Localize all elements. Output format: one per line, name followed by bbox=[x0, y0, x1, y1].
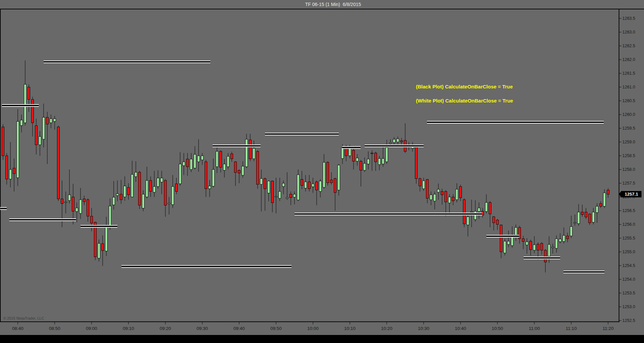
candle-down bbox=[186, 159, 189, 167]
candle-up bbox=[260, 179, 263, 184]
candle-wick bbox=[10, 142, 11, 187]
candle-down bbox=[316, 182, 318, 190]
candle-up bbox=[297, 175, 300, 200]
indicator-line-black-plot bbox=[121, 266, 291, 267]
price-tick bbox=[619, 46, 622, 46]
price-tick-label: 1259.0 bbox=[623, 140, 635, 144]
candle-wick bbox=[136, 161, 136, 182]
candle-up bbox=[286, 198, 288, 198]
candle-wick bbox=[261, 169, 262, 211]
candle-up bbox=[430, 195, 432, 200]
candle-down bbox=[327, 162, 329, 183]
candle-down bbox=[175, 184, 178, 192]
candle-down bbox=[607, 190, 609, 194]
candle-up bbox=[456, 189, 458, 200]
ninjatrader-watermark: © 2015 NinjaTrader, LLC bbox=[3, 316, 44, 320]
candle-wick bbox=[14, 158, 14, 191]
indicator-line-black-plot bbox=[524, 257, 560, 259]
candle-up bbox=[216, 151, 218, 167]
candle-down bbox=[91, 216, 93, 223]
candle-wick bbox=[527, 238, 527, 254]
candle-up bbox=[183, 162, 185, 165]
candle-down bbox=[589, 214, 591, 223]
candle-wick bbox=[154, 171, 155, 197]
candle-down bbox=[57, 127, 60, 199]
candle-down bbox=[460, 187, 462, 198]
candle-down bbox=[600, 204, 602, 206]
chart-background bbox=[0, 0, 644, 343]
indicator-line-black-plot bbox=[265, 133, 339, 135]
candle-down bbox=[375, 153, 377, 162]
candle-up bbox=[592, 212, 595, 222]
candle-wick bbox=[121, 180, 121, 204]
candle-up bbox=[437, 189, 440, 192]
candle-wick bbox=[77, 202, 77, 222]
candle-up bbox=[386, 147, 388, 162]
candle-up bbox=[504, 241, 506, 253]
candle-up bbox=[448, 197, 451, 203]
candle-up bbox=[146, 181, 148, 197]
candle-up bbox=[485, 202, 488, 211]
candle-down bbox=[522, 239, 525, 242]
candle-down bbox=[2, 127, 4, 156]
candle-down bbox=[127, 187, 130, 195]
time-tick bbox=[571, 322, 572, 325]
candle-up bbox=[43, 117, 45, 139]
time-tick-label: 09:10 bbox=[123, 326, 134, 331]
candle-down bbox=[567, 236, 569, 238]
candle-up bbox=[98, 244, 100, 258]
candle-down bbox=[150, 181, 152, 192]
candle-up bbox=[507, 241, 510, 245]
candle-up bbox=[142, 194, 145, 208]
candle-up bbox=[79, 200, 82, 213]
candle-up bbox=[157, 178, 159, 186]
candle-down bbox=[13, 168, 15, 174]
candle-down bbox=[537, 244, 539, 250]
price-axis-line bbox=[619, 9, 620, 322]
candle-down bbox=[452, 197, 454, 201]
candle-up bbox=[305, 182, 307, 188]
candle-wick bbox=[199, 139, 199, 172]
candle-down bbox=[249, 140, 252, 159]
time-tick bbox=[128, 322, 129, 325]
price-tick-label: 1252.5 bbox=[623, 318, 635, 323]
price-tick-label: 1263.5 bbox=[623, 16, 635, 21]
candle-up bbox=[596, 206, 598, 213]
price-tick-label: 1261.5 bbox=[623, 71, 635, 76]
candle-down bbox=[139, 172, 141, 205]
candle-up bbox=[50, 119, 52, 123]
candle-up bbox=[323, 162, 325, 188]
candle-down bbox=[205, 162, 207, 189]
candle-up bbox=[526, 242, 528, 245]
candle-up bbox=[570, 227, 573, 236]
time-tick-label: 10:50 bbox=[492, 326, 503, 331]
time-tick bbox=[55, 322, 55, 325]
candle-down bbox=[301, 180, 303, 186]
candle-down bbox=[445, 192, 447, 202]
candle-down bbox=[530, 241, 532, 250]
candle-up bbox=[471, 211, 473, 212]
time-tick bbox=[534, 322, 535, 325]
candle-wick bbox=[55, 116, 55, 130]
candle-up bbox=[54, 119, 56, 121]
candle-down bbox=[290, 194, 292, 198]
price-tick bbox=[619, 279, 622, 280]
candle-up bbox=[227, 156, 229, 167]
candle-up bbox=[312, 184, 314, 187]
price-chart[interactable]: 1263.51263.01262.51262.01261.51261.01260… bbox=[0, 0, 644, 343]
price-tick-label: 1254.5 bbox=[623, 263, 635, 268]
candle-up bbox=[268, 181, 270, 193]
candle-up bbox=[190, 159, 193, 169]
candle-up bbox=[246, 139, 248, 167]
annotation-white-plot: (White Plot) CalculateOnBarClose = True bbox=[416, 98, 513, 104]
time-tick-label: 10:10 bbox=[344, 326, 356, 331]
candle-down bbox=[353, 150, 355, 161]
price-tick bbox=[619, 73, 622, 74]
candle-up bbox=[364, 163, 366, 170]
candle-up bbox=[338, 165, 340, 190]
time-tick bbox=[165, 322, 166, 325]
candle-wick bbox=[582, 205, 583, 217]
time-tick-label: 09:20 bbox=[160, 326, 171, 331]
time-tick-label: 09:50 bbox=[270, 326, 282, 331]
candle-down bbox=[61, 199, 63, 204]
